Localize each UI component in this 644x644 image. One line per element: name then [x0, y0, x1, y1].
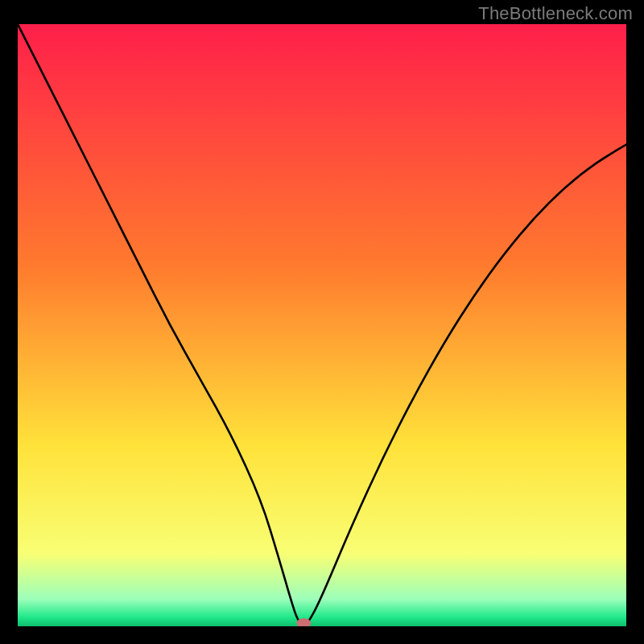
plot-area — [18, 24, 626, 626]
watermark-text: TheBottleneck.com — [478, 3, 633, 24]
bottleneck-chart — [18, 24, 626, 626]
gradient-background — [18, 24, 626, 626]
chart-frame: TheBottleneck.com — [0, 0, 644, 644]
